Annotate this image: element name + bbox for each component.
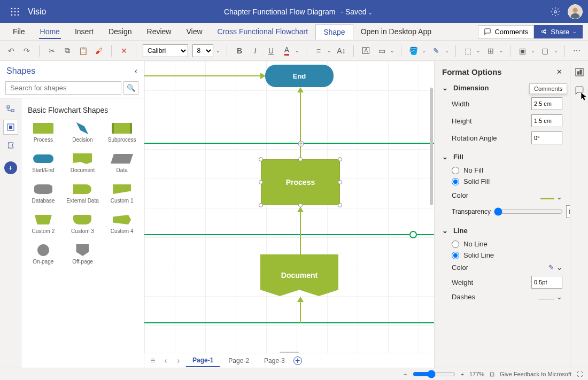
tab-shape[interactable]: Shape xyxy=(315,24,353,40)
dashes-dropdown[interactable]: ⌄ xyxy=(538,293,562,301)
page-tab-3[interactable]: Page-3 xyxy=(258,355,291,367)
radio-solid-fill[interactable]: Solid Fill xyxy=(452,177,562,185)
rotation-input[interactable] xyxy=(531,131,562,144)
canvas-shape-process[interactable]: Process xyxy=(261,159,340,205)
redo-button[interactable]: ↷ xyxy=(21,44,33,58)
text-box-button[interactable]: A xyxy=(360,44,372,58)
add-page-button[interactable]: + xyxy=(293,356,302,365)
transparency-input[interactable] xyxy=(566,205,570,218)
shape-onpage[interactable]: On-page xyxy=(25,242,62,267)
page-tab-2[interactable]: Page-2 xyxy=(222,355,256,367)
fullscreen-button[interactable]: ⛶ xyxy=(577,371,583,377)
delete-button[interactable]: ✕ xyxy=(118,44,130,58)
shape-data[interactable]: Data xyxy=(103,150,141,175)
stencil-tab-1[interactable] xyxy=(3,102,18,117)
radio-no-fill[interactable]: No Fill xyxy=(452,166,562,174)
shape-process[interactable]: Process xyxy=(25,120,62,145)
copy-button[interactable]: ⧉ xyxy=(61,44,73,58)
more-button[interactable]: ⋯ xyxy=(571,44,583,58)
canvas-shape-end[interactable]: End xyxy=(265,65,334,87)
collapse-shapes-icon[interactable]: ‹ xyxy=(135,66,137,76)
radio-no-line[interactable]: No Line xyxy=(452,240,562,248)
page-tab-1[interactable]: Page-1 xyxy=(186,354,220,367)
paste-button[interactable]: 📋 xyxy=(78,44,89,58)
comments-button[interactable]: Comments xyxy=(478,25,534,38)
transparency-slider[interactable] xyxy=(494,207,563,216)
data-graphics-icon[interactable] xyxy=(572,65,586,79)
send-back-button[interactable]: ▢ xyxy=(539,44,551,58)
height-input[interactable] xyxy=(531,114,562,127)
shape-custom4[interactable]: Custom 4 xyxy=(103,211,141,236)
shapes-search-button[interactable]: 🔍 xyxy=(123,81,138,95)
format-painter-button[interactable]: 🖌 xyxy=(93,44,105,58)
zoom-out-button[interactable]: − xyxy=(404,371,407,377)
undo-button[interactable]: ↶ xyxy=(5,44,17,58)
width-input[interactable] xyxy=(531,97,562,110)
close-format-icon[interactable]: ✕ xyxy=(556,68,562,76)
radio-solid-line[interactable]: Solid Line xyxy=(452,251,562,259)
bring-front-button[interactable]: ▣ xyxy=(517,44,529,58)
shape-decision[interactable]: Decision xyxy=(64,120,102,145)
italic-button[interactable]: I xyxy=(250,44,261,58)
page-prev-button[interactable]: ‹ xyxy=(160,356,171,366)
feedback-link[interactable]: Give Feedback to Microsoft xyxy=(500,371,571,377)
zoom-in-button[interactable]: + xyxy=(461,371,464,377)
tab-insert[interactable]: Insert xyxy=(67,24,101,39)
fill-color-swatch[interactable]: ⌄ xyxy=(540,190,562,201)
format-title: Format Options xyxy=(442,67,502,76)
shape-custom3[interactable]: Custom 3 xyxy=(64,211,102,236)
canvas-shape-document[interactable]: Document xyxy=(260,254,338,296)
shape-database[interactable]: Database xyxy=(25,181,62,206)
shape-insert-button[interactable]: ▭ xyxy=(376,44,388,58)
tab-cross-functional[interactable]: Cross Functional Flowchart xyxy=(210,24,316,39)
zoom-value[interactable]: 177% xyxy=(469,371,484,377)
shapes-search-input[interactable] xyxy=(5,81,121,95)
tab-view[interactable]: View xyxy=(179,24,210,39)
page-next-button[interactable]: › xyxy=(173,356,184,366)
arrange-button[interactable]: ⬚ xyxy=(462,44,474,58)
share-button[interactable]: Share ⌄ xyxy=(534,25,583,38)
toolbar: ↶ ↷ ✂ ⧉ 📋 🖌 ✕ Calibri 8⌄ B I U A⌄ ≡⌄ A↕ … xyxy=(0,41,588,61)
fit-page-button[interactable]: ⊡ xyxy=(490,371,494,378)
app-launcher-icon[interactable] xyxy=(5,7,25,16)
section-line[interactable]: ⌄Line xyxy=(442,227,562,235)
shape-subprocess[interactable]: Subprocess xyxy=(103,120,141,145)
add-stencil-button[interactable]: + xyxy=(4,161,17,174)
bold-button[interactable]: B xyxy=(234,44,245,58)
zoom-slider[interactable] xyxy=(413,370,455,378)
shape-external-data[interactable]: External Data xyxy=(64,181,102,206)
underline-button[interactable]: U xyxy=(265,44,277,58)
canvas-scrollbar[interactable] xyxy=(430,88,433,205)
document-title[interactable]: Chapter Functional Flow Diagram - Saved … xyxy=(46,7,551,16)
shape-start-end[interactable]: Start/End xyxy=(25,150,62,175)
font-select[interactable]: Calibri xyxy=(143,44,188,57)
shape-custom2[interactable]: Custom 2 xyxy=(25,211,62,236)
page-menu-icon[interactable]: ≡ xyxy=(148,356,158,366)
settings-icon[interactable] xyxy=(551,7,560,17)
align-objects-button[interactable]: ⊞ xyxy=(485,44,497,58)
fill-color-button[interactable]: 🪣 xyxy=(408,44,420,58)
font-color-button[interactable]: A xyxy=(281,44,293,58)
align-button[interactable]: ≡ xyxy=(313,44,324,58)
tab-file[interactable]: File xyxy=(5,24,33,39)
tab-design[interactable]: Design xyxy=(101,24,140,39)
shape-custom1[interactable]: Custom 1 xyxy=(103,181,141,206)
section-fill[interactable]: ⌄Fill xyxy=(442,153,562,161)
shape-offpage[interactable]: Off-page xyxy=(64,242,102,267)
text-size-button[interactable]: A↕ xyxy=(336,44,347,58)
svg-point-2 xyxy=(18,7,19,9)
open-desktop-button[interactable]: Open in Desktop App xyxy=(353,24,439,39)
user-avatar[interactable] xyxy=(568,4,583,19)
line-color-swatch[interactable]: ✎ ⌄ xyxy=(548,263,562,272)
font-size-select[interactable]: 8 xyxy=(192,44,214,57)
tab-home[interactable]: Home xyxy=(33,24,67,39)
svg-rect-20 xyxy=(577,72,579,74)
shape-document[interactable]: Document xyxy=(64,150,102,175)
weight-input[interactable] xyxy=(531,276,562,289)
canvas[interactable]: End Process Document ≡ ‹ › Page-1 Page-2… xyxy=(144,61,434,368)
stencil-tab-2[interactable] xyxy=(3,120,18,135)
line-color-button[interactable]: ✎ xyxy=(430,44,442,58)
tab-review[interactable]: Review xyxy=(140,24,179,39)
stencil-tab-3[interactable] xyxy=(3,138,18,153)
cut-button[interactable]: ✂ xyxy=(46,44,58,58)
